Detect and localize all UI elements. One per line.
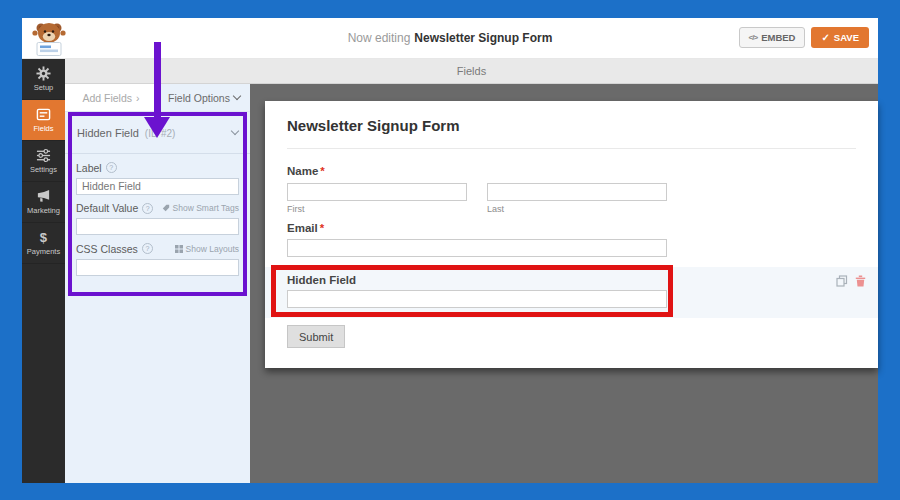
save-check-icon: ✓ [821,32,829,43]
field-options-panel: Add Fields › Field Options Hidden Field [65,84,250,483]
show-layouts-link[interactable]: Show Layouts [175,244,239,254]
setting-css-classes: CSS Classes ? [76,243,239,276]
name-label-text: Name [287,165,318,177]
email-input[interactable] [287,239,667,257]
builder-sidebar: Setup Fields [22,59,65,483]
tab-add-fields-label: Add Fields [82,92,132,104]
chevron-right-icon: › [136,92,140,104]
setting-label-text: Label [76,162,102,174]
last-sublabel: Last [487,204,504,214]
show-smart-tags-label: Show Smart Tags [173,203,239,213]
setting-label-text: Default Value [76,202,138,214]
setting-label: Label ? [76,162,239,195]
sidebar-item-label: Setup [34,83,54,92]
field-header-id: (ID #2) [145,128,176,139]
chevron-down-icon [231,127,239,135]
hidden-field-row[interactable]: Hidden Field [265,267,878,318]
form-fields-icon [36,107,51,122]
first-sublabel: First [287,204,305,214]
sidebar-item-label: Settings [30,165,57,174]
email-field-label: Email* [287,222,324,234]
sidebar-item-label: Fields [33,124,53,133]
sliders-icon [36,148,51,163]
save-button[interactable]: ✓ SAVE [811,27,869,48]
sidebar-item-label: Marketing [27,206,60,215]
tab-field-options-label: Field Options [168,92,230,104]
embed-button-label: EMBED [761,32,795,43]
hidden-field-input[interactable] [287,290,667,308]
screenshot-frame: Now editing Newsletter Signup Form </> E… [0,0,900,500]
label-input[interactable] [76,178,239,195]
help-icon[interactable]: ? [142,203,153,214]
form-name: Newsletter Signup Form [414,31,552,45]
field-header-title: Hidden Field (ID #2) [77,127,175,139]
sidebar-item-setup[interactable]: Setup [22,59,65,100]
panel-tabs: Add Fields › Field Options [65,84,250,112]
field-header-name: Hidden Field [77,127,139,139]
wpforms-builder-window: Now editing Newsletter Signup Form </> E… [22,18,878,483]
setting-label-text: CSS Classes [76,243,138,255]
sidebar-item-marketing[interactable]: Marketing [22,182,65,223]
submit-button[interactable]: Submit [287,325,345,348]
form-preview-title: Newsletter Signup Form [287,117,460,134]
tab-add-fields[interactable]: Add Fields › [65,84,158,111]
chevron-down-icon [233,92,241,100]
sidebar-item-settings[interactable]: Settings [22,141,65,182]
name-last-input[interactable] [487,183,667,201]
top-bar: Now editing Newsletter Signup Form </> E… [22,18,878,59]
svg-text:$: $ [40,230,48,245]
email-label-text: Email [287,222,318,234]
gear-icon [36,66,51,81]
show-smart-tags-link[interactable]: Show Smart Tags [162,203,239,213]
default-value-input[interactable] [76,218,239,235]
panel-title: Fields [457,65,486,77]
dollar-icon: $ [36,230,51,245]
sidebar-item-payments[interactable]: $ Payments [22,223,65,264]
trash-icon[interactable] [855,275,866,287]
grid-icon [175,245,183,253]
name-field-label: Name* [287,165,325,177]
megaphone-icon [36,189,51,204]
setting-default-value: Default Value ? Show Smart Tags [76,203,239,236]
name-first-input[interactable] [287,183,467,201]
required-asterisk: * [320,222,324,234]
divider [287,148,856,149]
field-header-hidden-field[interactable]: Hidden Field (ID #2) [65,112,250,154]
duplicate-icon[interactable] [836,275,848,287]
panel-title-bar: Fields [65,59,878,84]
help-icon[interactable]: ? [142,243,153,254]
show-layouts-label: Show Layouts [186,244,239,254]
tag-icon [162,204,170,212]
now-editing-text: Now editing [348,31,411,45]
help-icon[interactable]: ? [106,162,117,173]
tab-field-options[interactable]: Field Options [158,84,250,111]
form-preview-panel: Newsletter Signup Form Name* First Last … [265,101,878,368]
builder-workspace: Newsletter Signup Form Name* First Last … [250,84,878,483]
css-classes-input[interactable] [76,259,239,276]
hidden-field-label: Hidden Field [287,274,356,286]
embed-code-icon: </> [749,33,758,42]
embed-button[interactable]: </> EMBED [739,27,806,48]
save-button-label: SAVE [834,32,859,43]
sidebar-item-fields[interactable]: Fields [22,100,65,141]
field-action-icons [836,275,866,287]
required-asterisk: * [320,165,324,177]
sidebar-item-label: Payments [27,247,60,256]
topbar-buttons: </> EMBED ✓ SAVE [739,27,869,48]
